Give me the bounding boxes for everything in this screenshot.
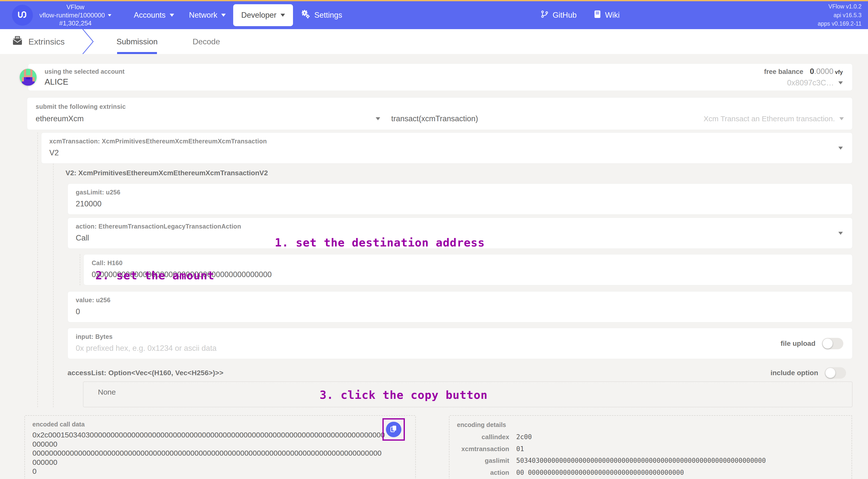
toggle-knob xyxy=(826,368,835,378)
row-label: action xyxy=(457,469,509,477)
xcm-transaction-select-card[interactable]: xcmTransaction: XcmPrimitivesEthereumXcm… xyxy=(41,132,852,164)
chevron-down-icon xyxy=(839,117,844,120)
encoding-details-box: encoding details callindex 2c00 xcmtrans… xyxy=(449,415,852,479)
tab-decode-label: Decode xyxy=(193,37,220,46)
input-bytes-placeholder: 0x prefixed hex, e.g. 0x1234 or ascii da… xyxy=(76,344,844,353)
git-branch-icon xyxy=(540,10,549,21)
runtime-version: vflow-runtime/1000000 xyxy=(39,11,105,20)
nav-accounts-label: Accounts xyxy=(134,11,166,20)
v2-section-header: V2: XcmPrimitivesEthereumXcmEthereumXcmT… xyxy=(65,169,852,177)
value-field[interactable]: value: u256 0 xyxy=(67,291,852,322)
call-hint-text: Xcm Transact an Ethereum transaction. xyxy=(704,114,835,123)
pallet-value: ethereumXcm xyxy=(36,114,84,123)
encoded-call-data-label: encoded call data xyxy=(32,421,385,428)
copy-call-data-button[interactable] xyxy=(386,422,401,437)
encoded-zone: encoded call data 0x2c000150340300000000… xyxy=(24,415,852,479)
account-card: using the selected account ALICE free ba… xyxy=(28,64,852,91)
apps-version: apps v0.169.2-11 xyxy=(818,20,862,28)
api-version: api v16.5.3 xyxy=(833,11,862,20)
account-label: using the selected account xyxy=(44,68,125,75)
nav-settings[interactable]: Settings xyxy=(293,4,350,26)
annotation-step1: 1. set the destination address xyxy=(275,236,485,249)
action-label: action: EthereumTransactionLegacyTransac… xyxy=(76,223,844,230)
encoded-call-data-box: encoded call data 0x2c000150340300000000… xyxy=(24,415,416,479)
chevron-down-icon xyxy=(108,14,112,16)
row-value: 01 xyxy=(516,445,524,453)
call-select[interactable]: transact(xcmTransaction) Xcm Transact an… xyxy=(391,114,844,123)
nav-developer[interactable]: Developer xyxy=(233,4,293,26)
row-value: 2c00 xyxy=(516,433,532,441)
section-title: Extrinsics xyxy=(12,29,64,54)
tabs: Submission Decode xyxy=(116,29,220,54)
input-bytes-field[interactable]: input: Bytes 0x prefixed hex, e.g. 0x123… xyxy=(67,328,852,359)
nav-network-label: Network xyxy=(189,11,217,20)
copy-icon xyxy=(390,425,397,434)
xcm-transaction-value: V2 xyxy=(49,148,844,157)
call-hint: Xcm Transact an Ethereum transaction. xyxy=(704,114,844,123)
access-list-row: accessList: Option<Vec<(H160, Vec<H256>)… xyxy=(67,367,852,379)
app-logo[interactable] xyxy=(12,5,33,26)
block-number: #1,302,254 xyxy=(59,19,91,27)
tab-submission[interactable]: Submission xyxy=(116,29,157,54)
encoded-call-data-value: 0x2c000150340300000000000000000000000000… xyxy=(32,431,385,476)
include-option-label: include option xyxy=(771,369,818,377)
tab-decode[interactable]: Decode xyxy=(193,29,220,54)
free-balance-label: free balance xyxy=(764,68,804,76)
encoding-row-gaslimit: gaslimit 5034030000000000000000000000000… xyxy=(457,456,844,465)
encoded-call-data-line1: 0x2c000150340300000000000000000000000000… xyxy=(32,431,385,449)
account-address: 0x8097c3C… xyxy=(787,78,834,88)
main-nav: Accounts Network Developer xyxy=(126,4,350,26)
submit-extrinsic-label: submit the following extrinsic xyxy=(36,103,844,110)
account-info: using the selected account ALICE xyxy=(44,68,125,87)
toggle-knob xyxy=(823,339,833,348)
gas-limit-field[interactable]: gasLimit: u256 210000 xyxy=(67,183,852,215)
chevron-down-icon xyxy=(376,117,380,120)
github-label: GitHub xyxy=(553,11,577,20)
chevron-separator-icon xyxy=(82,29,94,54)
chain-info[interactable]: VFlow vflow-runtime/1000000 #1,302,254 xyxy=(39,3,112,27)
row-value: 00 0000000000000000000000000000000000000… xyxy=(516,469,684,477)
value-label: value: u256 xyxy=(76,297,844,304)
encoding-details-title: encoding details xyxy=(457,421,844,429)
book-icon xyxy=(594,10,601,21)
app-header: VFlow vflow-runtime/1000000 #1,302,254 A… xyxy=(0,1,868,29)
free-balance-value: 0.0000vfy xyxy=(810,67,843,76)
nav-settings-label: Settings xyxy=(314,11,342,20)
encoded-call-data-line2: 0000000000000000000000000000000000000000… xyxy=(32,449,385,467)
gears-icon xyxy=(301,9,310,21)
github-link[interactable]: GitHub xyxy=(540,10,577,21)
account-balance-block: free balance 0.0000vfy 0x8097c3C… xyxy=(764,67,843,88)
file-upload-label: file upload xyxy=(780,340,815,347)
row-label: xcmtransaction xyxy=(457,445,509,453)
encoding-row-callindex: callindex 2c00 xyxy=(457,433,844,441)
nav-accounts[interactable]: Accounts xyxy=(126,6,182,25)
annotation-step3: 3. click the copy button xyxy=(320,388,488,402)
encoded-left-column: encoded call data 0x2c000150340300000000… xyxy=(24,415,416,479)
input-bytes-label: input: Bytes xyxy=(76,333,844,340)
call-address-label: Call: H160 xyxy=(92,260,844,267)
file-upload-toggle[interactable] xyxy=(822,338,843,349)
xcm-transaction-label: xcmTransaction: XcmPrimitivesEthereumXcm… xyxy=(49,138,844,145)
nav-network[interactable]: Network xyxy=(182,6,234,25)
row-label: callindex xyxy=(457,433,509,441)
main-content: using the selected account ALICE free ba… xyxy=(0,54,868,479)
section-title-label: Extrinsics xyxy=(28,37,64,46)
chevron-down-icon xyxy=(281,14,285,17)
app-version: VFlow v1.0.2 xyxy=(828,2,862,11)
wiki-link[interactable]: Wiki xyxy=(594,10,620,21)
account-avatar[interactable] xyxy=(20,69,37,85)
include-option-toggle[interactable] xyxy=(825,367,846,379)
row-value: 5034030000000000000000000000000000000000… xyxy=(516,456,766,465)
gas-limit-value: 210000 xyxy=(76,199,844,208)
external-links: GitHub Wiki xyxy=(540,1,620,29)
chain-name: VFlow xyxy=(66,3,84,11)
pallet-select[interactable]: ethereumXcm xyxy=(36,114,391,123)
chevron-down-icon xyxy=(221,14,226,17)
tab-bar: Extrinsics Submission Decode xyxy=(0,29,868,54)
annotation-step2: 2. set the amount xyxy=(95,269,215,282)
copy-button-highlight xyxy=(382,418,405,441)
chevron-down-icon xyxy=(838,147,843,150)
version-info: VFlow v1.0.2 api v16.5.3 apps v0.169.2-1… xyxy=(818,1,862,29)
account-address-dropdown[interactable]: 0x8097c3C… xyxy=(787,78,843,88)
extrinsic-select-card: submit the following extrinsic ethereumX… xyxy=(27,97,852,130)
